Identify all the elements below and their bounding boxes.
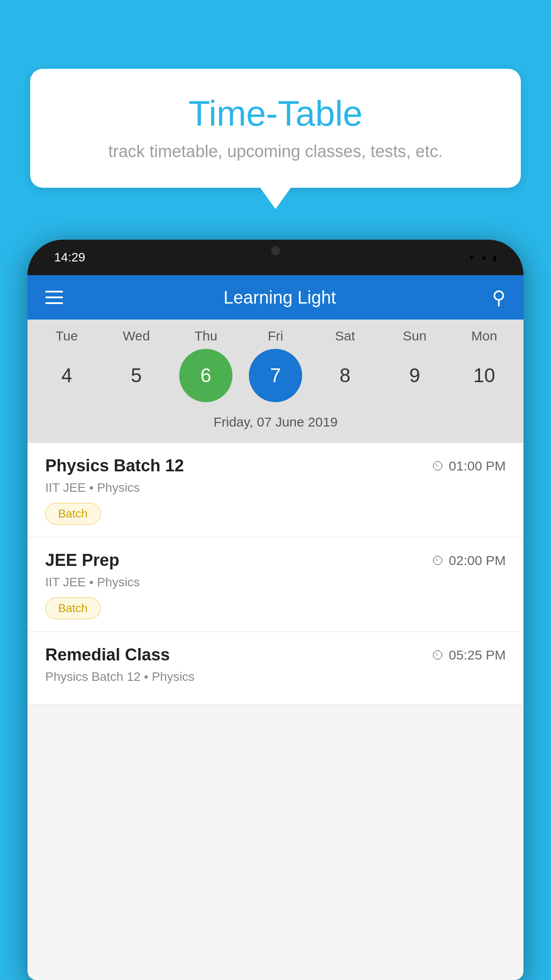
schedule-title-2: JEE Prep xyxy=(45,551,119,570)
date-7-selected[interactable]: 7 xyxy=(249,349,302,402)
clock-icon-1: ⏲ xyxy=(431,458,445,474)
speech-bubble: Time-Table track timetable, upcoming cla… xyxy=(30,69,521,188)
schedule-item-3-header: Remedial Class ⏲ 05:25 PM xyxy=(45,645,506,664)
phone-screen: Learning Light ⚲ Tue Wed Thu Fri Sat Sun… xyxy=(28,275,523,980)
clock-icon-2: ⏲ xyxy=(431,553,445,568)
batch-tag-2: Batch xyxy=(45,597,101,619)
date-6-today[interactable]: 6 xyxy=(179,349,232,402)
main-title: Time-Table xyxy=(57,93,494,134)
day-tue: Tue xyxy=(40,328,93,344)
app-header: Learning Light ⚲ xyxy=(28,275,523,320)
schedule-title-1: Physics Batch 12 xyxy=(45,456,184,475)
day-sat: Sat xyxy=(319,328,372,344)
phone-frame: 14:29 ▼ ▲ ▮ Learning Light ⚲ Tue Wed Thu… xyxy=(28,240,523,980)
date-10[interactable]: 10 xyxy=(457,349,511,402)
day-mon: Mon xyxy=(457,328,511,344)
date-8[interactable]: 8 xyxy=(319,349,372,402)
schedule-item-1-header: Physics Batch 12 ⏲ 01:00 PM xyxy=(45,456,506,475)
menu-button[interactable] xyxy=(45,291,63,304)
date-9[interactable]: 9 xyxy=(388,349,441,402)
time-value-3: 05:25 PM xyxy=(449,648,506,663)
date-5[interactable]: 5 xyxy=(110,349,163,402)
schedule-time-3: ⏲ 05:25 PM xyxy=(431,648,506,663)
main-subtitle: track timetable, upcoming classes, tests… xyxy=(57,142,494,161)
day-fri: Fri xyxy=(249,328,302,344)
day-wed: Wed xyxy=(110,328,163,344)
calendar-strip: Tue Wed Thu Fri Sat Sun Mon 4 5 6 7 8 9 … xyxy=(28,320,523,443)
selected-date-label: Friday, 07 June 2019 xyxy=(28,411,523,439)
signal-icon: ▲ xyxy=(480,253,488,261)
day-sun: Sun xyxy=(388,328,441,344)
status-icons: ▼ ▲ ▮ xyxy=(468,253,497,262)
battery-icon: ▮ xyxy=(493,253,497,262)
dates-row: 4 5 6 7 8 9 10 xyxy=(28,349,523,411)
schedule-time-2: ⏲ 02:00 PM xyxy=(431,553,506,568)
schedule-time-1: ⏲ 01:00 PM xyxy=(431,458,506,474)
schedule-subtitle-3: Physics Batch 12 • Physics xyxy=(45,670,506,684)
batch-tag-1: Batch xyxy=(45,503,101,525)
camera xyxy=(271,246,280,255)
speech-bubble-container: Time-Table track timetable, upcoming cla… xyxy=(30,69,521,188)
schedule-title-3: Remedial Class xyxy=(45,645,170,664)
wifi-icon: ▼ xyxy=(468,253,475,261)
clock-icon-3: ⏲ xyxy=(431,648,445,663)
app-title: Learning Light xyxy=(81,288,479,308)
days-header: Tue Wed Thu Fri Sat Sun Mon xyxy=(28,328,523,344)
time-value-1: 01:00 PM xyxy=(449,458,506,474)
schedule-subtitle-1: IIT JEE • Physics xyxy=(45,481,506,495)
schedule-item-2-header: JEE Prep ⏲ 02:00 PM xyxy=(45,551,506,570)
status-bar: 14:29 ▼ ▲ ▮ xyxy=(28,240,523,275)
schedule-item-1[interactable]: Physics Batch 12 ⏲ 01:00 PM IIT JEE • Ph… xyxy=(28,443,523,537)
notch xyxy=(231,240,320,262)
schedule-subtitle-2: IIT JEE • Physics xyxy=(45,575,506,589)
schedule-item-3[interactable]: Remedial Class ⏲ 05:25 PM Physics Batch … xyxy=(28,632,523,705)
schedule-item-2[interactable]: JEE Prep ⏲ 02:00 PM IIT JEE • Physics Ba… xyxy=(28,537,523,632)
schedule-list: Physics Batch 12 ⏲ 01:00 PM IIT JEE • Ph… xyxy=(28,443,523,705)
time-value-2: 02:00 PM xyxy=(449,553,506,568)
search-button[interactable]: ⚲ xyxy=(492,287,506,308)
day-thu: Thu xyxy=(179,328,232,344)
date-4[interactable]: 4 xyxy=(40,349,93,402)
status-time: 14:29 xyxy=(54,250,85,265)
